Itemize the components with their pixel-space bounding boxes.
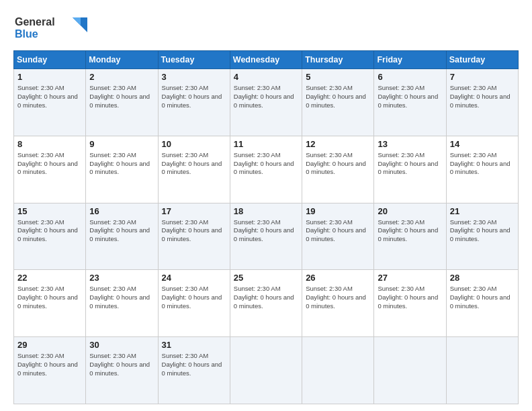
calendar-week-row: 29Sunset: 2:30 AMDaylight: 0 hours and 0… (14, 337, 519, 404)
col-saturday: Saturday (446, 51, 518, 69)
day-number: 31 (162, 340, 226, 350)
day-number: 11 (234, 139, 298, 149)
calendar-day-cell: 4Sunset: 2:30 AMDaylight: 0 hours and 0 … (230, 69, 302, 136)
day-info: Sunset: 2:30 AMDaylight: 0 hours and 0 m… (234, 285, 298, 310)
day-number: 24 (162, 273, 226, 283)
calendar-day-cell (446, 337, 518, 404)
day-info: Sunset: 2:30 AMDaylight: 0 hours and 0 m… (378, 151, 442, 177)
calendar-day-cell: 14Sunset: 2:30 AMDaylight: 0 hours and 0… (446, 136, 518, 203)
calendar-day-cell: 15Sunset: 2:30 AMDaylight: 0 hours and 0… (14, 203, 86, 270)
day-info: Sunset: 2:30 AMDaylight: 0 hours and 0 m… (162, 285, 226, 310)
day-info: Sunset: 2:30 AMDaylight: 0 hours and 0 m… (234, 218, 298, 244)
calendar-day-cell: 19Sunset: 2:30 AMDaylight: 0 hours and 0… (302, 203, 374, 270)
day-info: Sunset: 2:30 AMDaylight: 0 hours and 0 m… (450, 285, 515, 310)
svg-text:General: General (15, 16, 55, 28)
day-info: Sunset: 2:30 AMDaylight: 0 hours and 0 m… (89, 151, 154, 177)
calendar-day-cell: 26Sunset: 2:30 AMDaylight: 0 hours and 0… (302, 270, 374, 337)
calendar-day-cell: 31Sunset: 2:30 AMDaylight: 0 hours and 0… (158, 337, 230, 404)
calendar-day-cell: 6Sunset: 2:30 AMDaylight: 0 hours and 0 … (374, 69, 446, 136)
calendar-day-cell: 12Sunset: 2:30 AMDaylight: 0 hours and 0… (302, 136, 374, 203)
day-number: 15 (17, 206, 82, 216)
calendar-day-cell: 5Sunset: 2:30 AMDaylight: 0 hours and 0 … (302, 69, 374, 136)
day-info: Sunset: 2:30 AMDaylight: 0 hours and 0 m… (378, 285, 442, 310)
day-info: Sunset: 2:30 AMDaylight: 0 hours and 0 m… (89, 84, 154, 109)
calendar-day-cell: 24Sunset: 2:30 AMDaylight: 0 hours and 0… (158, 270, 230, 337)
day-info: Sunset: 2:30 AMDaylight: 0 hours and 0 m… (162, 218, 226, 244)
col-monday: Monday (86, 51, 158, 69)
day-number: 7 (450, 72, 515, 82)
day-info: Sunset: 2:30 AMDaylight: 0 hours and 0 m… (234, 84, 298, 109)
calendar-day-cell: 22Sunset: 2:30 AMDaylight: 0 hours and 0… (14, 270, 86, 337)
day-number: 1 (17, 72, 82, 82)
day-number: 5 (306, 72, 370, 82)
calendar-week-row: 1Sunset: 2:30 AMDaylight: 0 hours and 0 … (14, 69, 519, 136)
day-number: 2 (89, 72, 154, 82)
day-number: 29 (17, 340, 82, 350)
calendar-day-cell (302, 337, 374, 404)
day-info: Sunset: 2:30 AMDaylight: 0 hours and 0 m… (162, 84, 226, 109)
svg-text:Blue: Blue (15, 28, 38, 40)
day-number: 16 (89, 206, 154, 216)
day-info: Sunset: 2:30 AMDaylight: 0 hours and 0 m… (17, 84, 82, 109)
day-number: 9 (89, 139, 154, 149)
calendar-day-cell: 28Sunset: 2:30 AMDaylight: 0 hours and 0… (446, 270, 518, 337)
calendar-day-cell: 10Sunset: 2:30 AMDaylight: 0 hours and 0… (158, 136, 230, 203)
day-number: 14 (450, 139, 515, 149)
calendar-day-cell: 18Sunset: 2:30 AMDaylight: 0 hours and 0… (230, 203, 302, 270)
day-info: Sunset: 2:30 AMDaylight: 0 hours and 0 m… (450, 84, 515, 109)
day-info: Sunset: 2:30 AMDaylight: 0 hours and 0 m… (306, 285, 370, 310)
calendar-header-row: Sunday Monday Tuesday Wednesday Thursday… (14, 51, 519, 69)
day-info: Sunset: 2:30 AMDaylight: 0 hours and 0 m… (450, 151, 515, 177)
day-info: Sunset: 2:30 AMDaylight: 0 hours and 0 m… (306, 151, 370, 177)
day-info: Sunset: 2:30 AMDaylight: 0 hours and 0 m… (162, 151, 226, 177)
day-info: Sunset: 2:30 AMDaylight: 0 hours and 0 m… (89, 218, 154, 244)
calendar-day-cell (230, 337, 302, 404)
day-number: 20 (378, 206, 442, 216)
day-number: 19 (306, 206, 370, 216)
calendar-day-cell: 25Sunset: 2:30 AMDaylight: 0 hours and 0… (230, 270, 302, 337)
calendar-day-cell: 11Sunset: 2:30 AMDaylight: 0 hours and 0… (230, 136, 302, 203)
calendar-week-row: 22Sunset: 2:30 AMDaylight: 0 hours and 0… (14, 270, 519, 337)
day-info: Sunset: 2:30 AMDaylight: 0 hours and 0 m… (306, 218, 370, 244)
day-info: Sunset: 2:30 AMDaylight: 0 hours and 0 m… (17, 151, 82, 177)
calendar-day-cell: 17Sunset: 2:30 AMDaylight: 0 hours and 0… (158, 203, 230, 270)
calendar-day-cell: 13Sunset: 2:30 AMDaylight: 0 hours and 0… (374, 136, 446, 203)
calendar-day-cell: 8Sunset: 2:30 AMDaylight: 0 hours and 0 … (14, 136, 86, 203)
day-number: 8 (17, 139, 82, 149)
day-number: 22 (17, 273, 82, 283)
day-number: 13 (378, 139, 442, 149)
day-info: Sunset: 2:30 AMDaylight: 0 hours and 0 m… (378, 84, 442, 109)
calendar-week-row: 8Sunset: 2:30 AMDaylight: 0 hours and 0 … (14, 136, 519, 203)
day-info: Sunset: 2:30 AMDaylight: 0 hours and 0 m… (162, 352, 226, 377)
day-info: Sunset: 2:30 AMDaylight: 0 hours and 0 m… (378, 218, 442, 244)
page: General Blue Sunday Monday Tuesday Wedne… (0, 0, 532, 411)
calendar-day-cell: 30Sunset: 2:30 AMDaylight: 0 hours and 0… (86, 337, 158, 404)
calendar-day-cell: 20Sunset: 2:30 AMDaylight: 0 hours and 0… (374, 203, 446, 270)
col-tuesday: Tuesday (158, 51, 230, 69)
day-info: Sunset: 2:30 AMDaylight: 0 hours and 0 m… (450, 218, 515, 244)
day-number: 12 (306, 139, 370, 149)
calendar-day-cell: 3Sunset: 2:30 AMDaylight: 0 hours and 0 … (158, 69, 230, 136)
day-info: Sunset: 2:30 AMDaylight: 0 hours and 0 m… (89, 285, 154, 310)
calendar-week-row: 15Sunset: 2:30 AMDaylight: 0 hours and 0… (14, 203, 519, 270)
col-wednesday: Wednesday (230, 51, 302, 69)
calendar-day-cell: 23Sunset: 2:30 AMDaylight: 0 hours and 0… (86, 270, 158, 337)
day-number: 17 (162, 206, 226, 216)
calendar-day-cell: 27Sunset: 2:30 AMDaylight: 0 hours and 0… (374, 270, 446, 337)
logo-text: General Blue (13, 12, 87, 45)
calendar-day-cell: 2Sunset: 2:30 AMDaylight: 0 hours and 0 … (86, 69, 158, 136)
svg-marker-3 (73, 17, 81, 26)
col-friday: Friday (374, 51, 446, 69)
col-thursday: Thursday (302, 51, 374, 69)
calendar-day-cell: 9Sunset: 2:30 AMDaylight: 0 hours and 0 … (86, 136, 158, 203)
calendar-day-cell: 1Sunset: 2:30 AMDaylight: 0 hours and 0 … (14, 69, 86, 136)
day-number: 27 (378, 273, 442, 283)
calendar-day-cell: 21Sunset: 2:30 AMDaylight: 0 hours and 0… (446, 203, 518, 270)
top-header: General Blue (13, 12, 519, 45)
day-number: 26 (306, 273, 370, 283)
day-info: Sunset: 2:30 AMDaylight: 0 hours and 0 m… (234, 151, 298, 177)
day-info: Sunset: 2:30 AMDaylight: 0 hours and 0 m… (17, 218, 82, 244)
calendar-table: Sunday Monday Tuesday Wednesday Thursday… (13, 50, 519, 404)
day-number: 28 (450, 273, 515, 283)
day-info: Sunset: 2:30 AMDaylight: 0 hours and 0 m… (17, 352, 82, 377)
